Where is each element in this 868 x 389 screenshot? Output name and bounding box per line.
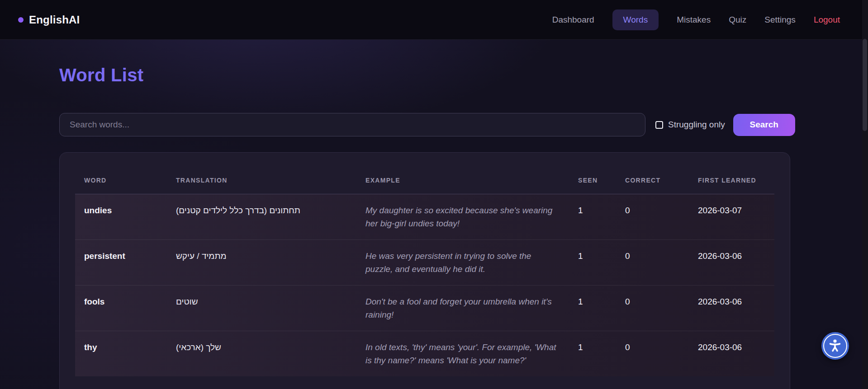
cell-translation: מתמיד / עיקש	[167, 249, 356, 276]
cell-correct: 0	[616, 249, 689, 276]
table-row: persistent מתמיד / עיקש He was very pers…	[75, 239, 774, 285]
cell-first-learned: 2026-03-06	[689, 341, 774, 367]
cell-word: fools	[75, 295, 167, 321]
top-navbar: EnglishAI Dashboard Words Mistakes Quiz …	[0, 0, 868, 40]
cell-translation: שוטים	[167, 295, 356, 321]
cell-translation: תחתונים (בדרך כלל לילדים קטנים)	[167, 204, 356, 230]
cell-example: He was very persistent in trying to solv…	[356, 249, 569, 276]
page-scrollbar-track[interactable]	[862, 0, 868, 389]
nav-item-words[interactable]: Words	[612, 9, 659, 30]
cell-first-learned: 2026-03-06	[689, 295, 774, 321]
cell-word: persistent	[75, 249, 167, 276]
table-row: undies תחתונים (בדרך כלל לילדים קטנים) M…	[75, 194, 774, 239]
search-toolbar: Struggling only Search	[59, 113, 808, 136]
word-table-card: Word Translation Example Seen Correct Fi…	[59, 152, 790, 389]
cell-seen: 1	[569, 295, 616, 321]
page-title: Word List	[59, 65, 143, 85]
column-header-example: Example	[356, 177, 569, 184]
nav-item-mistakes[interactable]: Mistakes	[677, 15, 711, 25]
column-header-first-learned: First Learned	[689, 177, 774, 184]
cell-correct: 0	[616, 295, 689, 321]
cell-example: Don't be a fool and forget your umbrella…	[356, 295, 569, 321]
cell-example: In old texts, 'thy' means 'your'. For ex…	[356, 341, 569, 367]
column-header-translation: Translation	[167, 177, 356, 184]
cell-translation: שלך (ארכאי)	[167, 341, 356, 367]
logout-button[interactable]: Logout	[814, 15, 840, 25]
page-scrollbar-thumb[interactable]	[863, 39, 867, 131]
cell-seen: 1	[569, 341, 616, 367]
struggling-only-label: Struggling only	[668, 120, 725, 130]
brand-name: EnglishAI	[29, 14, 80, 26]
main-content: Word List Struggling only Search Word Tr…	[0, 40, 868, 389]
column-header-word: Word	[75, 177, 167, 184]
nav-links: Dashboard Words Mistakes Quiz Settings L…	[552, 9, 840, 30]
cell-seen: 1	[569, 249, 616, 276]
cell-word: thy	[75, 341, 167, 367]
accessibility-widget-button[interactable]	[821, 332, 849, 360]
nav-item-settings[interactable]: Settings	[764, 15, 796, 25]
cell-seen: 1	[569, 204, 616, 230]
table-row: fools שוטים Don't be a fool and forget y…	[75, 285, 774, 331]
brand-dot-icon	[18, 17, 24, 23]
accessibility-icon	[828, 338, 842, 352]
search-button[interactable]: Search	[733, 114, 795, 136]
column-header-seen: Seen	[569, 177, 616, 184]
cell-example: My daughter is so excited because she's …	[356, 204, 569, 230]
table-body: undies תחתונים (בדרך כלל לילדים קטנים) M…	[75, 194, 774, 376]
nav-item-quiz[interactable]: Quiz	[729, 15, 746, 25]
cell-correct: 0	[616, 204, 689, 230]
table-header-row: Word Translation Example Seen Correct Fi…	[75, 166, 774, 194]
column-header-correct: Correct	[616, 177, 689, 184]
struggling-only-checkbox[interactable]	[655, 121, 663, 129]
cell-correct: 0	[616, 341, 689, 367]
cell-first-learned: 2026-03-07	[689, 204, 774, 230]
cell-word: undies	[75, 204, 167, 230]
search-input[interactable]	[59, 113, 645, 136]
table-row: thy שלך (ארכאי) In old texts, 'thy' mean…	[75, 331, 774, 376]
brand-logo: EnglishAI	[18, 14, 80, 26]
cell-first-learned: 2026-03-06	[689, 249, 774, 276]
nav-item-dashboard[interactable]: Dashboard	[552, 15, 594, 25]
struggling-only-toggle[interactable]: Struggling only	[655, 120, 725, 130]
